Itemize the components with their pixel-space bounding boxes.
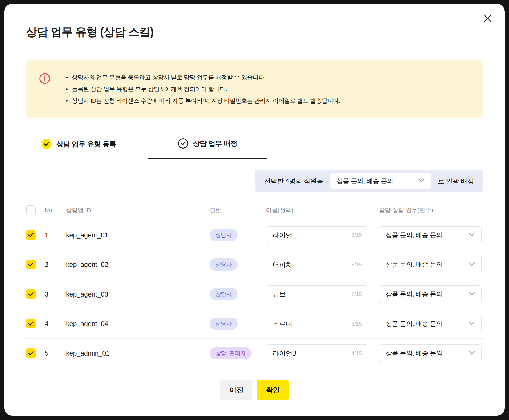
close-button[interactable] — [482, 13, 493, 24]
row-no: 5 — [45, 349, 66, 357]
table-row: 2 kep_agent_02 상담사 3/15 상품 문의, 배송 문의 — [26, 250, 483, 279]
row-checkbox[interactable] — [26, 230, 36, 240]
name-field: 4/15 — [266, 344, 368, 362]
chevron-down-icon — [469, 262, 475, 267]
role-badge: 상담사 — [210, 288, 238, 300]
agent-id: kep_agent_01 — [66, 231, 210, 239]
task-dropdown[interactable]: 상품 문의, 배송 문의 — [379, 226, 482, 244]
agent-id: kep_agent_03 — [66, 290, 210, 298]
header-role: 권한 — [210, 206, 266, 214]
bulk-assign-dropdown-value: 상품 문의, 배송 문의 — [337, 177, 393, 185]
check-circle-filled-icon — [42, 139, 52, 149]
footer-actions: 이전 확인 — [26, 380, 483, 400]
page-backdrop: { "modal": { "title": "상담 업무 유형 (상담 스킬)"… — [0, 0, 509, 420]
char-counter: 2/15 — [351, 291, 362, 297]
task-dropdown-value: 상품 문의, 배송 문의 — [386, 290, 442, 298]
task-dropdown-value: 상품 문의, 배송 문의 — [386, 319, 442, 328]
check-circle-outline-icon — [178, 138, 188, 149]
task-dropdown-value: 상품 문의, 배송 문의 — [386, 349, 442, 357]
bulk-assign-prefix: 선택한 4명의 직원을 — [264, 177, 323, 186]
name-field: 3/15 — [266, 256, 368, 273]
header-name: 이름(선택) — [266, 206, 379, 214]
notice-box: 상담사의 업무 유형을 등록하고 상담사 별로 담당 업무를 배정할 수 있습니… — [26, 60, 483, 118]
table-row: 5 kep_admin_01 상담+관리자 4/15 상품 문의, 배송 문의 — [26, 339, 483, 368]
task-dropdown[interactable]: 상품 문의, 배송 문의 — [379, 344, 482, 362]
title-divider — [26, 51, 483, 51]
chevron-down-icon — [418, 179, 425, 184]
name-input[interactable] — [273, 290, 348, 298]
tab-assign-consult-task[interactable]: 상담 업무 배정 — [148, 130, 267, 159]
chevron-down-icon — [469, 292, 475, 297]
name-field: 2/15 — [266, 285, 368, 303]
row-checkbox[interactable] — [26, 348, 36, 358]
name-input[interactable] — [273, 320, 348, 328]
info-circle-icon — [39, 73, 51, 85]
char-counter: 3/15 — [351, 262, 362, 268]
select-all-checkbox[interactable] — [26, 205, 36, 215]
confirm-button[interactable]: 확인 — [257, 380, 289, 400]
row-checkbox[interactable] — [26, 260, 36, 269]
chevron-down-icon — [469, 321, 475, 326]
agent-id: kep_agent_04 — [66, 320, 210, 328]
previous-button[interactable]: 이전 — [220, 380, 252, 400]
row-no: 4 — [45, 320, 66, 328]
name-input[interactable] — [273, 349, 348, 357]
header-no: No — [45, 207, 66, 214]
tab-register-consult-type[interactable]: 상담 업무 유형 등록 — [42, 130, 116, 159]
name-input[interactable] — [273, 231, 348, 239]
task-dropdown[interactable]: 상품 문의, 배송 문의 — [379, 256, 482, 273]
notice-bullet: 상담사 ID는 신청 라이센스 수량에 따라 자동 부여되며, 계정 비밀번호는… — [64, 95, 340, 107]
row-no: 3 — [45, 290, 66, 298]
bulk-assign-bar: 선택한 4명의 직원을 상품 문의, 배송 문의 로 일괄 배정 — [255, 170, 483, 192]
row-no: 1 — [45, 231, 66, 239]
role-badge: 상담+관리자 — [210, 347, 252, 359]
bulk-assign-row: 선택한 4명의 직원을 상품 문의, 배송 문의 로 일괄 배정 — [26, 170, 483, 192]
step-tabs: 상담 업무 유형 등록 상담 업무 배정 — [26, 130, 483, 159]
char-counter: 4/15 — [351, 350, 362, 356]
row-checkbox[interactable] — [26, 319, 36, 328]
task-dropdown-value: 상품 문의, 배송 문의 — [386, 231, 442, 239]
table-header-row: No 상담앱 ID 권한 이름(선택) 담당 상담 업무(필수) — [26, 200, 483, 220]
task-dropdown-value: 상품 문의, 배송 문의 — [386, 260, 442, 269]
char-counter: 3/15 — [351, 232, 362, 238]
table-row: 3 kep_agent_03 상담사 2/15 상품 문의, 배송 문의 — [26, 279, 483, 309]
table-row: 4 kep_agent_04 상담사 3/15 상품 문의, 배송 문의 — [26, 309, 483, 339]
role-badge: 상담사 — [210, 318, 238, 330]
name-input[interactable] — [273, 261, 348, 269]
page-title: 상담 업무 유형 (상담 스킬) — [26, 24, 483, 39]
notice-list: 상담사의 업무 유형을 등록하고 상담사 별로 담당 업무를 배정할 수 있습니… — [64, 72, 340, 107]
tab-label: 상담 업무 배정 — [193, 139, 237, 148]
name-field: 3/15 — [266, 315, 368, 332]
task-dropdown[interactable]: 상품 문의, 배송 문의 — [379, 285, 482, 303]
chevron-down-icon — [469, 233, 475, 238]
task-dropdown[interactable]: 상품 문의, 배송 문의 — [379, 315, 482, 332]
chevron-down-icon — [469, 351, 475, 356]
agent-table: No 상담앱 ID 권한 이름(선택) 담당 상담 업무(필수) 1 kep_a… — [26, 200, 483, 368]
bulk-assign-dropdown[interactable]: 상품 문의, 배송 문의 — [330, 173, 431, 189]
consult-skill-modal: 상담 업무 유형 (상담 스킬) 상담사의 업무 유형을 등록하고 상담사 별로… — [4, 4, 505, 416]
row-no: 2 — [45, 261, 66, 269]
agent-id: kep_admin_01 — [66, 349, 210, 357]
notice-bullet: 등록된 상담 업무 유형은 모두 상담사에게 배정되어야 합니다. — [64, 83, 340, 95]
agent-id: kep_agent_02 — [66, 261, 210, 269]
row-checkbox[interactable] — [26, 289, 36, 299]
close-icon — [483, 14, 492, 24]
header-task: 담당 상담 업무(필수) — [379, 206, 483, 214]
bulk-assign-suffix: 로 일괄 배정 — [438, 177, 474, 186]
role-badge: 상담사 — [210, 258, 238, 271]
notice-bullet: 상담사의 업무 유형을 등록하고 상담사 별로 담당 업무를 배정할 수 있습니… — [64, 72, 340, 83]
name-field: 3/15 — [266, 226, 368, 244]
role-badge: 상담사 — [210, 229, 238, 241]
table-row: 1 kep_agent_01 상담사 3/15 상품 문의, 배송 문의 — [26, 220, 483, 250]
char-counter: 3/15 — [351, 321, 362, 327]
tab-label: 상담 업무 유형 등록 — [56, 139, 116, 149]
header-id: 상담앱 ID — [66, 206, 210, 214]
